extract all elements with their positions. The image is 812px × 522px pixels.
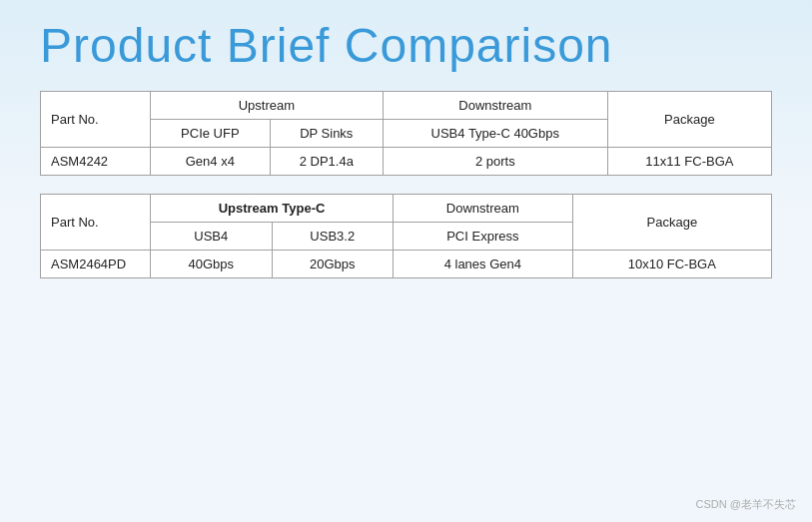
table1-row1-upstream1: Gen4 x4 <box>151 148 271 176</box>
table2-row1-upstream1: 40Gbps <box>151 251 273 278</box>
table1-row1-downstream: 2 ports <box>383 148 607 176</box>
table1-sub-upstream1: PCIe UFP <box>151 120 271 148</box>
table1-row1-part: ASM4242 <box>41 148 151 176</box>
table2-row1-package: 10x10 FC-BGA <box>572 251 771 278</box>
table1-sub-downstream: USB4 Type-C 40Gbps <box>383 120 607 148</box>
table2-row1-downstream: 4 lanes Gen4 <box>394 251 573 278</box>
table2-section: Part No. Upstream Type-C Downstream Pack… <box>40 194 772 278</box>
table2-header-upstream: Upstream Type-C <box>151 195 394 223</box>
page-title: Product Brief Comparison <box>40 18 772 73</box>
table2-header-partno: Part No. <box>41 195 151 251</box>
table2: Part No. Upstream Type-C Downstream Pack… <box>40 194 772 278</box>
table1-row1-upstream2: 2 DP1.4a <box>270 148 383 176</box>
table1-header-partno: Part No. <box>41 92 151 148</box>
table1-section: Part No. Upstream Downstream Package PCI… <box>40 91 772 176</box>
table2-sub-upstream1: USB4 <box>151 223 273 251</box>
table2-header-package: Package <box>572 195 771 251</box>
table2-sub-upstream2: USB3.2 <box>272 223 394 251</box>
table1-header-package: Package <box>607 92 771 148</box>
table1-header-upstream: Upstream <box>151 92 384 120</box>
watermark: CSDN @老羊不失芯 <box>696 497 796 512</box>
table2-header-downstream: Downstream <box>394 195 573 223</box>
table1-sub-upstream2: DP Sinks <box>270 120 383 148</box>
table2-row1-part: ASM2464PD <box>41 251 151 278</box>
table1-row1-package: 11x11 FC-BGA <box>607 148 771 176</box>
table2-sub-downstream: PCI Express <box>394 223 573 251</box>
page-container: Product Brief Comparison Part No. Upstre… <box>0 0 812 522</box>
table2-row1-upstream2: 20Gbps <box>272 251 394 278</box>
table1-header-downstream: Downstream <box>383 92 607 120</box>
table1: Part No. Upstream Downstream Package PCI… <box>40 91 772 176</box>
